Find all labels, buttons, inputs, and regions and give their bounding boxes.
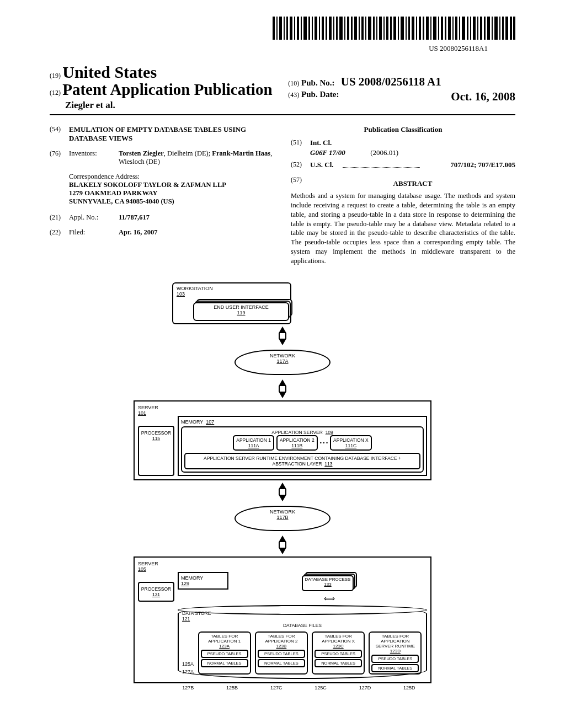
memory-107-box: MEMORY 107 APPLICATION SERVER 109 APPLIC… xyxy=(178,416,427,476)
svg-rect-33 xyxy=(390,17,392,40)
callout-125b: 125B xyxy=(226,685,238,690)
svg-rect-6 xyxy=(294,17,295,40)
svg-rect-31 xyxy=(383,17,385,40)
svg-rect-13 xyxy=(319,17,320,40)
svg-rect-40 xyxy=(416,17,417,40)
processor-131-ref: 131 xyxy=(152,592,160,597)
correspondence-name: BLAKELY SOKOLOFF TAYLOR & ZAFMAN LLP xyxy=(69,181,274,189)
callout-127c: 127C xyxy=(270,685,282,690)
svg-rect-41 xyxy=(419,17,421,40)
pub-no-label: Pub. No.: xyxy=(301,78,334,87)
normal-tables-b: NORMAL TABLES xyxy=(258,659,305,667)
svg-rect-49 xyxy=(448,17,451,40)
appx-box: APPLICATION X111C xyxy=(330,435,372,451)
svg-rect-60 xyxy=(487,17,490,40)
svg-rect-42 xyxy=(423,17,424,40)
appserver-ref: 109 xyxy=(326,430,333,435)
inventors-label: Inventors: xyxy=(69,149,119,166)
svg-rect-3 xyxy=(284,17,285,40)
memory-129-box: MEMORY 129 xyxy=(178,572,228,590)
app2-box: APPLICATION 2111B xyxy=(276,435,318,451)
intcl-label: Int. Cl. xyxy=(310,138,332,147)
svg-rect-58 xyxy=(480,17,482,40)
svg-rect-38 xyxy=(408,17,410,40)
memory-label-107: MEMORY xyxy=(181,419,203,425)
svg-rect-17 xyxy=(333,17,334,40)
processor-label-131: PROCESSOR xyxy=(141,586,171,592)
pseudo-tables-c: PSEUDO TABLES xyxy=(315,650,362,658)
code-19: (19) xyxy=(50,72,61,80)
svg-rect-19 xyxy=(339,17,343,40)
code-57: (57) xyxy=(291,176,310,191)
dot-leader xyxy=(343,159,420,168)
server-label-101: SERVER xyxy=(138,405,158,410)
memory-129-ref: 129 xyxy=(181,581,189,586)
publication-type: Patent Application Publication xyxy=(62,81,272,98)
svg-rect-1 xyxy=(276,17,278,40)
inventors-value: Torsten Ziegler, Dielheim (DE); Frank-Ma… xyxy=(119,149,274,166)
callout-127a: 127A xyxy=(182,669,194,675)
dbfiles-label: DATABASE FILES xyxy=(182,623,423,628)
network-a-cloud: NETWORK 117A xyxy=(234,350,331,375)
svg-rect-25 xyxy=(361,17,364,40)
svg-rect-53 xyxy=(462,17,465,40)
svg-rect-47 xyxy=(441,17,443,40)
server-101-box: SERVER 101 PROCESSOR 115 MEMORY 107 APPL… xyxy=(134,400,431,480)
svg-rect-35 xyxy=(398,17,399,40)
processor-115-box: PROCESSOR 115 xyxy=(138,426,174,476)
network-b-ref: 117B xyxy=(276,515,288,520)
apps-ellipsis: • • • xyxy=(320,440,328,446)
svg-rect-52 xyxy=(459,17,460,40)
network-b-cloud: NETWORK 117B xyxy=(234,506,331,531)
svg-rect-23 xyxy=(354,17,357,40)
processor-label-115: PROCESSOR xyxy=(141,430,171,436)
pseudo-tables-b: PSEUDO TABLES xyxy=(258,650,305,658)
invention-title: EMULATION OF EMPTY DATABASE TABLES USING… xyxy=(69,125,274,143)
filed-label: Filed: xyxy=(69,228,119,237)
svg-rect-62 xyxy=(494,17,498,40)
server-105-ref: 105 xyxy=(138,566,427,572)
svg-rect-27 xyxy=(368,17,371,40)
svg-rect-28 xyxy=(373,17,375,40)
svg-rect-48 xyxy=(445,17,446,40)
svg-rect-34 xyxy=(393,17,396,40)
tables-runtime-box: TABLES FOR APPLICATION SERVER RUNTIME 12… xyxy=(369,631,422,675)
appserver-label: APPLICATION SERVER xyxy=(271,430,323,435)
intcl-code: G06F 17/00 xyxy=(310,148,345,157)
svg-rect-32 xyxy=(386,17,388,40)
network-label-b: NETWORK xyxy=(270,509,295,515)
svg-rect-24 xyxy=(359,17,360,40)
code-43: (43) xyxy=(288,91,299,99)
callout-127d: 127D xyxy=(359,685,371,690)
processor-131-box: PROCESSOR 131 xyxy=(138,582,174,602)
svg-rect-22 xyxy=(351,17,353,40)
svg-rect-18 xyxy=(336,17,338,40)
runtime-box: APPLICATION SERVER RUNTIME ENVIRONMENT C… xyxy=(184,453,420,469)
pseudo-tables-d: PSEUDO TABLES xyxy=(371,655,419,663)
callout-127b: 127B xyxy=(182,685,194,690)
network-label-a: NETWORK xyxy=(270,353,295,358)
tables-app1-box: TABLES FOR APPLICATION 1123A PSEUDO TABL… xyxy=(198,631,251,675)
workstation-label: WORKSTATION xyxy=(177,286,213,291)
pub-no: US 2008/0256118 A1 xyxy=(341,75,441,88)
svg-rect-51 xyxy=(455,17,457,40)
datastore-box: DATA STORE121 DATABASE FILES 125A 127A xyxy=(178,605,427,679)
svg-rect-11 xyxy=(312,17,313,40)
svg-rect-16 xyxy=(329,17,332,40)
correspondence-label: Correspondence Address: xyxy=(69,173,274,181)
app1-box: APPLICATION 1111A xyxy=(233,435,274,451)
authors: Ziegler et al. xyxy=(50,100,288,111)
svg-rect-64 xyxy=(502,17,504,40)
appl-no: 11/787,617 xyxy=(119,213,274,222)
svg-rect-43 xyxy=(426,17,429,40)
svg-rect-50 xyxy=(452,17,454,40)
svg-rect-36 xyxy=(401,17,404,40)
network-a-ref: 117A xyxy=(276,358,288,364)
callout-125c: 125C xyxy=(315,685,327,690)
normal-tables-a: NORMAL TABLES xyxy=(201,659,248,667)
abstract-heading: ABSTRACT xyxy=(310,179,515,188)
svg-rect-20 xyxy=(344,17,345,40)
code-76: (76) xyxy=(50,149,69,166)
callout-125a: 125A xyxy=(182,661,194,667)
barcode xyxy=(50,17,515,42)
